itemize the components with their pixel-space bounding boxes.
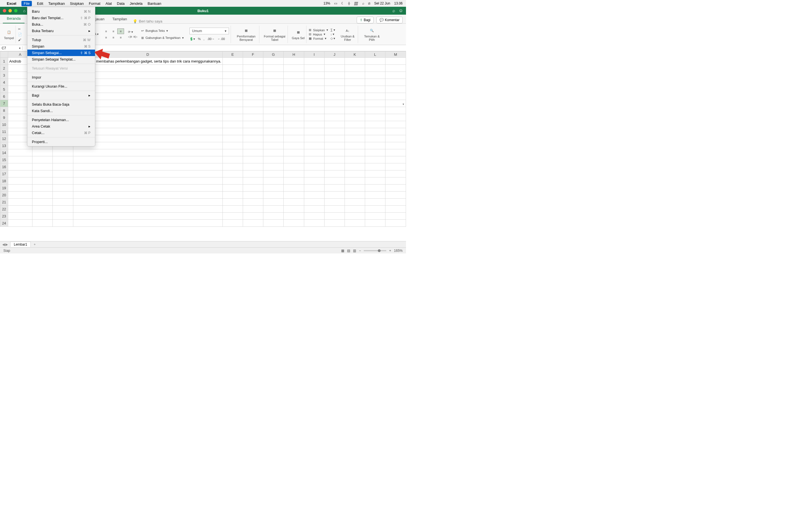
cell-A22[interactable] <box>8 206 32 213</box>
row-head-7[interactable]: 7 <box>0 100 8 107</box>
cell-M11[interactable] <box>385 128 406 135</box>
col-head-D[interactable]: D <box>73 52 222 58</box>
menu-item-21[interactable]: Penyetelan Halaman... <box>28 117 95 123</box>
cell-I10[interactable] <box>304 121 324 128</box>
cell-K18[interactable] <box>345 177 365 184</box>
cell-M22[interactable] <box>385 206 406 213</box>
cell-E7[interactable] <box>222 100 243 107</box>
zoom-in-icon[interactable]: + <box>389 249 391 252</box>
cell-H3[interactable] <box>284 72 304 79</box>
cell-I19[interactable] <box>304 184 324 191</box>
menu-item-7[interactable]: Simpan Sebagai...⇧ ⌘ S <box>28 50 95 56</box>
cell-D16[interactable] <box>73 163 222 170</box>
cell-J14[interactable] <box>324 149 345 156</box>
cell-J23[interactable] <box>324 213 345 220</box>
cell-I24[interactable] <box>304 220 324 227</box>
autosum-icon[interactable]: ∑ ▾ <box>331 28 335 32</box>
cell-L23[interactable] <box>365 213 385 220</box>
wrap-text-button[interactable]: Bungkus Teks <box>146 29 165 33</box>
row-head-24[interactable]: 24 <box>0 220 8 227</box>
cell-L12[interactable] <box>365 135 385 142</box>
cell-G13[interactable] <box>263 142 284 149</box>
cell-L16[interactable] <box>365 163 385 170</box>
cell-K10[interactable] <box>345 121 365 128</box>
cell-H10[interactable] <box>284 121 304 128</box>
cell-L7[interactable] <box>365 100 385 107</box>
cell-G8[interactable] <box>263 107 284 114</box>
cell-E4[interactable] <box>222 79 243 86</box>
cell-F3[interactable] <box>243 72 263 79</box>
cell-E18[interactable] <box>222 177 243 184</box>
find-select-icon[interactable]: 🔍 <box>368 27 375 34</box>
cell-M3[interactable] <box>385 72 406 79</box>
cell-H18[interactable] <box>284 177 304 184</box>
cell-G5[interactable] <box>263 86 284 93</box>
align-right-icon[interactable]: ≡ <box>117 35 124 40</box>
cell-D13[interactable] <box>73 142 222 149</box>
cell-E24[interactable] <box>222 220 243 227</box>
cell-E8[interactable] <box>222 107 243 114</box>
cell-C23[interactable] <box>53 213 73 220</box>
cell-A23[interactable] <box>8 213 32 220</box>
col-head-I[interactable]: I <box>304 52 324 58</box>
cell-G7[interactable] <box>263 100 284 107</box>
cell-E23[interactable] <box>222 213 243 220</box>
cell-K24[interactable] <box>345 220 365 227</box>
row-head-9[interactable]: 9 <box>0 114 8 121</box>
collapse-formula-icon[interactable]: ▾ <box>403 103 406 106</box>
dec-decimal-icon[interactable]: ←.00 <box>217 37 225 41</box>
cell-J20[interactable] <box>324 191 345 199</box>
menu-item-1[interactable]: Baru dari Templat...⇧ ⌘ P <box>28 15 95 21</box>
cell-I11[interactable] <box>304 128 324 135</box>
cell-B24[interactable] <box>32 220 52 227</box>
cell-D19[interactable] <box>73 184 222 191</box>
cell-I7[interactable] <box>304 100 324 107</box>
cell-H14[interactable] <box>284 149 304 156</box>
cell-C24[interactable] <box>53 220 73 227</box>
cell-G2[interactable] <box>263 65 284 72</box>
cell-F10[interactable] <box>243 121 263 128</box>
wifi-icon[interactable]: ⨌ <box>354 1 358 5</box>
cell-M23[interactable] <box>385 213 406 220</box>
cell-H8[interactable] <box>284 107 304 114</box>
cell-K11[interactable] <box>345 128 365 135</box>
cell-A14[interactable] <box>8 149 32 156</box>
comma-icon[interactable]: , <box>204 37 204 41</box>
row-head-21[interactable]: 21 <box>0 199 8 206</box>
cell-L17[interactable] <box>365 170 385 177</box>
cell-J21[interactable] <box>324 199 345 206</box>
cell-I8[interactable] <box>304 107 324 114</box>
row-head-6[interactable]: 6 <box>0 93 8 100</box>
cell-L21[interactable] <box>365 199 385 206</box>
cell-G19[interactable] <box>263 184 284 191</box>
zoom-slider[interactable] <box>364 250 386 251</box>
cell-B19[interactable] <box>32 184 52 191</box>
cell-D14[interactable] <box>73 149 222 156</box>
zoom-out-icon[interactable]: − <box>359 249 361 252</box>
cell-M21[interactable] <box>385 199 406 206</box>
cell-A24[interactable] <box>8 220 32 227</box>
cell-L5[interactable] <box>365 86 385 93</box>
cell-D21[interactable] <box>73 199 222 206</box>
cell-I12[interactable] <box>304 135 324 142</box>
row-head-4[interactable]: 4 <box>0 79 8 86</box>
indent-decrease-icon[interactable]: ◁≡ <box>128 35 132 39</box>
cell-M15[interactable] <box>385 156 406 163</box>
cell-F1[interactable] <box>243 58 263 65</box>
cell-H13[interactable] <box>284 142 304 149</box>
cell-G24[interactable] <box>263 220 284 227</box>
cell-G23[interactable] <box>263 213 284 220</box>
cell-I18[interactable] <box>304 177 324 184</box>
cell-I1[interactable] <box>304 58 324 65</box>
cell-G15[interactable] <box>263 156 284 163</box>
cell-B23[interactable] <box>32 213 52 220</box>
cell-D22[interactable] <box>73 206 222 213</box>
cell-J4[interactable] <box>324 79 345 86</box>
cell-F23[interactable] <box>243 213 263 220</box>
cell-M10[interactable] <box>385 121 406 128</box>
row-head-23[interactable]: 23 <box>0 213 8 220</box>
cell-G16[interactable] <box>263 163 284 170</box>
cell-M18[interactable] <box>385 177 406 184</box>
cell-F11[interactable] <box>243 128 263 135</box>
cell-E13[interactable] <box>222 142 243 149</box>
